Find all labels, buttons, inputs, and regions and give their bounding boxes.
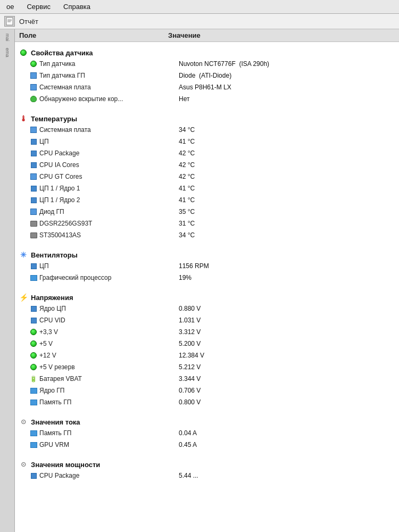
row-value: Asus P8H61-M LX (179, 82, 395, 92)
section-voltages: ⚡ Напряжения (15, 290, 399, 303)
toolbar: Отчёт (0, 14, 399, 29)
menu-service[interactable]: Сервис (24, 2, 53, 12)
row-label: Ядро ГП (30, 386, 179, 395)
cpu-ia-cores-icon (30, 161, 37, 169)
currents-icon: ⊙ (19, 418, 28, 426)
row-value: 3.312 V (179, 327, 395, 337)
row-value: 41 °C (179, 195, 395, 205)
row-label: CPU VID (30, 315, 179, 325)
col-field: Поле (19, 31, 168, 39)
table-row: Тип датчика Nuvoton NCT6776F (ISA 290h) (15, 58, 399, 70)
table-row: ЦП 1 / Ядро 2 41 °C (15, 194, 399, 206)
row-label: +5 V (30, 339, 179, 348)
row-label: Графический процессор (30, 273, 179, 282)
row-value: Nuvoton NCT6776F (ISA 290h) (179, 59, 395, 69)
capacities-icon: ⊙ (19, 460, 28, 469)
vbat-icon: 🔋 (30, 375, 37, 383)
table-row: ST3500413AS 34 °C (15, 229, 399, 241)
row-label: +12 V (30, 351, 179, 360)
capacities-label: Значения мощности (31, 461, 100, 469)
sensor-type-icon (30, 60, 37, 68)
row-label: ЦП (30, 261, 179, 271)
table-row: DGSR2256GS93T 31 °C (15, 218, 399, 229)
row-label: ЦП 1 / Ядро 1 (30, 184, 179, 193)
cpu-package-power-icon (30, 472, 37, 479)
table-row: +5 V резерв 5.212 V (15, 361, 399, 373)
table-row: Ядро ЦП 0.880 V (15, 303, 399, 314)
table-row: CPU VID 1.031 V (15, 314, 399, 326)
row-label: Тип датчика (30, 59, 179, 69)
row-value: 0.800 V (179, 397, 395, 407)
row-value: 5.200 V (179, 339, 395, 348)
row-label-text: CPU Package (39, 148, 79, 158)
table-row: 🔋 Батарея VBAT 3.344 V (15, 373, 399, 385)
row-value: 0.706 V (179, 386, 395, 395)
table-row: CPU IA Cores 42 °C (15, 159, 399, 171)
fans-icon: ✳ (19, 251, 28, 259)
row-label-text: Системная плата (39, 82, 91, 92)
section-fans: ✳ Вентиляторы (15, 247, 399, 260)
row-label: Системная плата (30, 125, 179, 135)
row-label-text: +5 V (39, 339, 53, 348)
table-row: +12 V 12.384 V (15, 350, 399, 361)
table-row: CPU Package 42 °C (15, 147, 399, 159)
row-label: Диод ГП (30, 207, 179, 217)
main-area: mai ema Поле Значение Свойства датчика (0, 29, 399, 532)
row-value: 34 °C (179, 125, 395, 135)
cpu-package-temp-icon (30, 149, 37, 157)
row-label-text: DGSR2256GS93T (39, 219, 92, 228)
row-value: Diode (ATI-Diode) (179, 71, 395, 80)
row-label: CPU Package (30, 148, 179, 158)
toolbar-title: Отчёт (19, 18, 38, 26)
table-row: Память ГП 0.04 A (15, 427, 399, 439)
motherboard-icon (30, 84, 37, 91)
row-value: 42 °C (179, 160, 395, 170)
voltages-icon: ⚡ (19, 293, 28, 302)
section-currents: ⊙ Значения тока (15, 414, 399, 427)
row-label: +3,3 V (30, 327, 179, 337)
section-capacities: ⊙ Значения мощности (15, 457, 399, 470)
row-label: ST3500413AS (30, 230, 179, 240)
menu-oe[interactable]: ое (4, 2, 16, 12)
temperatures-label: Температуры (31, 115, 77, 123)
cpu-fan-icon (30, 262, 37, 270)
section-temperatures: 🌡 Температуры (15, 111, 399, 124)
row-value: 41 °C (179, 184, 395, 193)
row-value: 5.212 V (179, 362, 395, 372)
menu-help[interactable]: Справка (61, 2, 93, 12)
sensor-properties-label: Свойства датчика (31, 49, 93, 57)
content-area[interactable]: Поле Значение Свойства датчика Тип датчи… (15, 29, 399, 532)
row-label-text: Тип датчика ГП (39, 71, 85, 80)
row-label-text: +5 V резерв (39, 362, 75, 372)
table-row: Память ГП 0.800 V (15, 396, 399, 408)
row-label: +5 V резерв (30, 362, 179, 372)
disk2-icon (30, 231, 37, 239)
row-label: Память ГП (30, 397, 179, 407)
svg-rect-0 (6, 18, 13, 25)
row-label: ЦП (30, 137, 179, 146)
cpu-core-v-icon (30, 305, 37, 312)
row-value: 12.384 V (179, 351, 395, 360)
gpu-mem-current-icon (30, 429, 37, 437)
row-label-text: ЦП 1 / Ядро 1 (39, 184, 80, 193)
table-row: ЦП 1 / Ядро 1 41 °C (15, 182, 399, 194)
table-row: Ядро ГП 0.706 V (15, 385, 399, 396)
row-label-text: ST3500413AS (39, 230, 81, 240)
core1-temp-icon (30, 185, 37, 192)
row-label-text: GPU VRM (39, 440, 69, 450)
cpu-gt-cores-icon (30, 173, 37, 180)
row-value: 5.44 ... (179, 471, 395, 480)
row-value: 41 °C (179, 137, 395, 146)
row-value: 1156 RPM (179, 261, 395, 271)
intrusion-icon (30, 95, 37, 103)
row-label-text: +3,3 V (39, 327, 58, 337)
table-body: Свойства датчика Тип датчика Nuvoton NCT… (15, 42, 399, 498)
table-header: Поле Значение (15, 29, 399, 42)
sidebar-label-ema: ema (4, 46, 11, 60)
section-sensor-properties: Свойства датчика (15, 45, 399, 58)
row-label-text: ЦП 1 / Ядро 2 (39, 195, 80, 205)
row-label-text: CPU VID (39, 315, 65, 325)
row-label-text: Батарея VBAT (39, 374, 82, 384)
table-row: Графический процессор 19% (15, 272, 399, 284)
table-row: +3,3 V 3.312 V (15, 326, 399, 338)
